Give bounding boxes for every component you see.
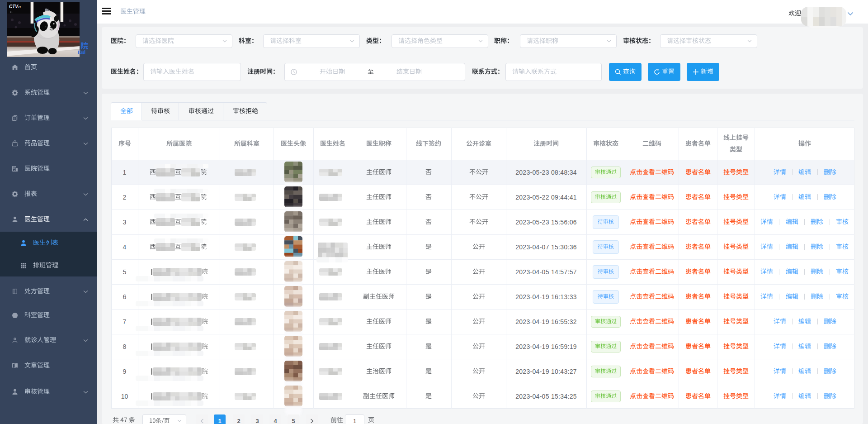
svg-text:CTV/1: CTV/1 bbox=[9, 4, 21, 9]
svg-text:8: 8 bbox=[10, 10, 13, 14]
